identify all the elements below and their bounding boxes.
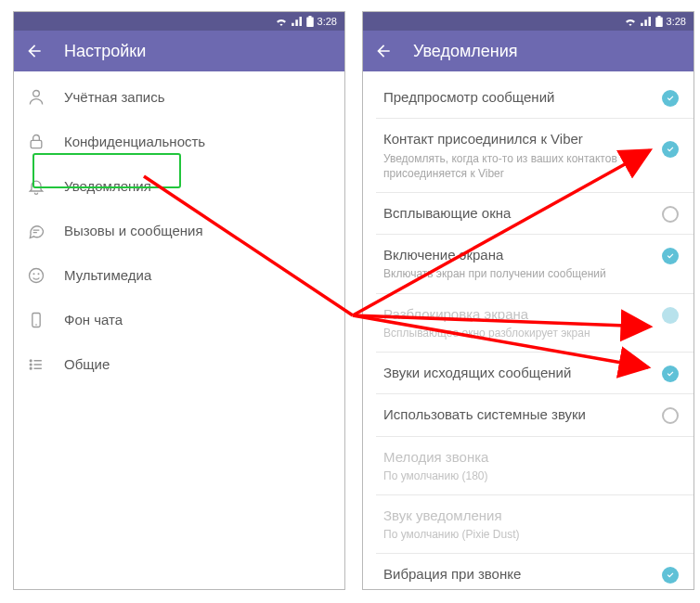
wifi-icon	[275, 17, 288, 26]
settings-item-calls[interactable]: Вызовы и сообщения	[14, 211, 344, 255]
toggle-on-icon[interactable]	[662, 90, 679, 107]
bell-icon	[27, 177, 45, 199]
app-bar: Настройки	[14, 31, 344, 71]
signal-icon	[641, 17, 652, 26]
row-subtitle: Включать экран при получении сообщений	[383, 266, 643, 281]
svg-point-9	[30, 367, 32, 369]
item-label: Уведомления	[64, 177, 294, 196]
item-label: Вызовы и сообщения	[64, 222, 294, 240]
lock-icon	[27, 133, 45, 155]
row-title: Мелодия звонка	[383, 448, 643, 467]
toggle-disabled-icon	[662, 307, 679, 324]
status-time: 3:28	[318, 16, 337, 27]
media-icon	[27, 266, 45, 289]
item-label: Учётная запись	[64, 88, 294, 107]
row-title: Всплывающие окна	[383, 204, 643, 223]
row-subtitle: По умолчанию (Pixie Dust)	[383, 527, 643, 542]
svg-point-8	[30, 364, 32, 366]
settings-item-background[interactable]: Фон чата	[14, 300, 344, 344]
item-label: Мультимедиа	[64, 266, 294, 285]
row-title: Использовать системные звуки	[383, 405, 643, 424]
svg-point-3	[33, 273, 35, 275]
svg-point-0	[33, 91, 40, 97]
settings-item-general[interactable]: Общие	[14, 344, 344, 389]
pref-contact-joined[interactable]: Контакт присоединился к Viber Уведомлять…	[363, 119, 694, 192]
battery-icon	[655, 16, 663, 27]
toggle-on-icon[interactable]	[662, 366, 679, 382]
wifi-icon	[624, 17, 637, 26]
app-bar: Уведомления	[363, 31, 694, 71]
notifications-screen: 3:28 Уведомления Предпросмотр сообщений …	[362, 11, 694, 590]
pref-screen-on[interactable]: Включение экрана Включать экран при полу…	[363, 235, 694, 292]
svg-point-6	[35, 324, 37, 326]
svg-rect-1	[31, 140, 42, 148]
toggle-off-icon[interactable]	[662, 407, 679, 424]
pref-system-sounds[interactable]: Использовать системные звуки	[363, 394, 694, 435]
settings-screen: 3:28 Настройки Учётная запись Конфиденци…	[13, 11, 345, 590]
settings-list: Учётная запись Конфиденциальность Уведом…	[14, 71, 344, 389]
back-icon[interactable]	[374, 42, 393, 60]
pref-outgoing-sounds[interactable]: Звуки исходящих сообщений	[363, 353, 694, 393]
row-title: Контакт присоединился к Viber	[383, 130, 643, 148]
toggle-on-icon[interactable]	[662, 567, 679, 584]
status-bar: 3:28	[14, 12, 344, 31]
row-title: Звуки исходящих сообщений	[383, 364, 643, 382]
chat-icon	[27, 222, 45, 244]
toggle-off-icon[interactable]	[662, 206, 679, 223]
settings-item-privacy[interactable]: Конфиденциальность	[14, 122, 344, 166]
svg-point-4	[38, 273, 40, 275]
svg-point-7	[30, 360, 32, 362]
pref-vibrate[interactable]: Вибрация при звонке	[363, 554, 694, 595]
screen-title: Уведомления	[413, 42, 518, 61]
item-label: Конфиденциальность	[64, 133, 294, 151]
battery-icon	[306, 16, 314, 27]
pref-unlock-screen: Разблокировка экрана Всплывающее окно ра…	[363, 294, 694, 352]
row-title: Предпросмотр сообщений	[383, 88, 643, 107]
row-title: Разблокировка экрана	[383, 305, 643, 324]
row-title: Звук уведомления	[383, 507, 643, 525]
notification-list: Предпросмотр сообщений Контакт присоедин…	[363, 71, 694, 596]
user-icon	[27, 88, 45, 110]
row-title: Включение экрана	[383, 246, 643, 264]
toggle-on-icon[interactable]	[662, 248, 679, 264]
item-label: Общие	[64, 355, 294, 374]
settings-item-account[interactable]: Учётная запись	[14, 77, 344, 122]
pref-popups[interactable]: Всплывающие окна	[363, 193, 694, 234]
pref-preview[interactable]: Предпросмотр сообщений	[363, 77, 694, 118]
status-bar: 3:28	[363, 12, 694, 31]
screen-title: Настройки	[64, 42, 146, 61]
pref-notification-sound[interactable]: Звук уведомления По умолчанию (Pixie Dus…	[363, 495, 694, 553]
list-icon	[27, 355, 45, 378]
row-subtitle: Уведомлять, когда кто-то из ваших контак…	[383, 151, 643, 181]
signal-icon	[292, 17, 303, 26]
status-time: 3:28	[667, 16, 686, 27]
row-subtitle: Всплывающее окно разблокирует экран	[383, 326, 643, 340]
back-icon[interactable]	[25, 42, 44, 60]
settings-item-notifications[interactable]: Уведомления	[14, 166, 344, 211]
phone-icon	[27, 311, 45, 333]
toggle-on-icon[interactable]	[662, 141, 679, 158]
item-label: Фон чата	[64, 311, 294, 329]
row-subtitle: По умолчанию (180)	[383, 468, 643, 483]
row-title: Вибрация при звонке	[383, 565, 643, 584]
pref-ringtone[interactable]: Мелодия звонка По умолчанию (180)	[363, 437, 694, 494]
svg-point-2	[30, 269, 44, 283]
settings-item-media[interactable]: Мультимедиа	[14, 255, 344, 300]
